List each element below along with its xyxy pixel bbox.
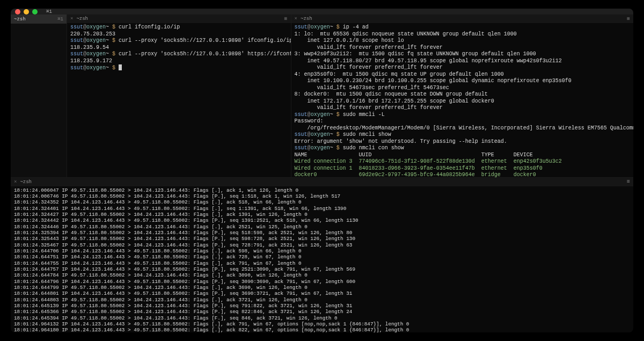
pane-tab: × ~zsh ≡ — [291, 14, 633, 23]
titlebar-shortcut: ⌘1 — [46, 9, 52, 14]
sidebar-tab-shortcut: ⌘1 — [57, 16, 63, 22]
terminal-output-bottom: 18:01:24.006047 IP 49.57.118.80.55002 > … — [11, 186, 633, 332]
pane-title: ~zsh — [76, 16, 281, 21]
titlebar: ⌘1 — [11, 9, 633, 14]
pane-tab: × ~zsh ≡ — [11, 178, 633, 186]
cursor — [119, 64, 122, 70]
hamburger-icon[interactable]: ≡ — [627, 16, 630, 22]
body: ~zsh ⌘1 × ~zsh ≡ ssut@oxygen~ $ curl ifc… — [11, 14, 633, 332]
maximize-icon[interactable] — [32, 9, 38, 14]
close-pane-icon[interactable]: × — [295, 16, 297, 21]
tab-sidebar: ~zsh ⌘1 — [11, 14, 67, 177]
hamburger-icon[interactable]: ≡ — [284, 16, 288, 22]
sidebar-tab[interactable]: ~zsh ⌘1 — [11, 14, 67, 24]
pane-title: ~zsh — [20, 179, 624, 185]
terminal-output-left: ssut@oxygen~ $ curl ifconfig.io/ip 220.7… — [67, 23, 291, 73]
pane-tcpdump[interactable]: × ~zsh ≡ 18:01:24.006047 IP 49.57.118.80… — [11, 177, 633, 332]
upper-row: ~zsh ⌘1 × ~zsh ≡ ssut@oxygen~ $ curl ifc… — [11, 14, 633, 177]
close-icon[interactable] — [15, 9, 20, 14]
sidebar-tab-label: ~zsh — [14, 17, 26, 22]
hamburger-icon[interactable]: ≡ — [627, 179, 630, 185]
terminal-window: ⌘1 ~zsh ⌘1 × ~zsh ≡ ssut@oxygen~ $ curl … — [11, 9, 633, 332]
window-controls — [15, 9, 38, 14]
pane-title: ~zsh — [301, 16, 624, 21]
pane-tab: × ~zsh ≡ — [67, 14, 291, 23]
close-pane-icon[interactable]: × — [14, 179, 17, 185]
pane-ip[interactable]: × ~zsh ≡ ssut@oxygen~ $ ip -4 ad 1: lo: … — [291, 14, 633, 177]
terminal-output-right: ssut@oxygen~ $ ip -4 ad 1: lo: mtu 65536… — [291, 23, 633, 177]
pane-curl[interactable]: × ~zsh ≡ ssut@oxygen~ $ curl ifconfig.io… — [67, 14, 291, 177]
close-pane-icon[interactable]: × — [70, 16, 73, 21]
minimize-icon[interactable] — [24, 9, 29, 14]
